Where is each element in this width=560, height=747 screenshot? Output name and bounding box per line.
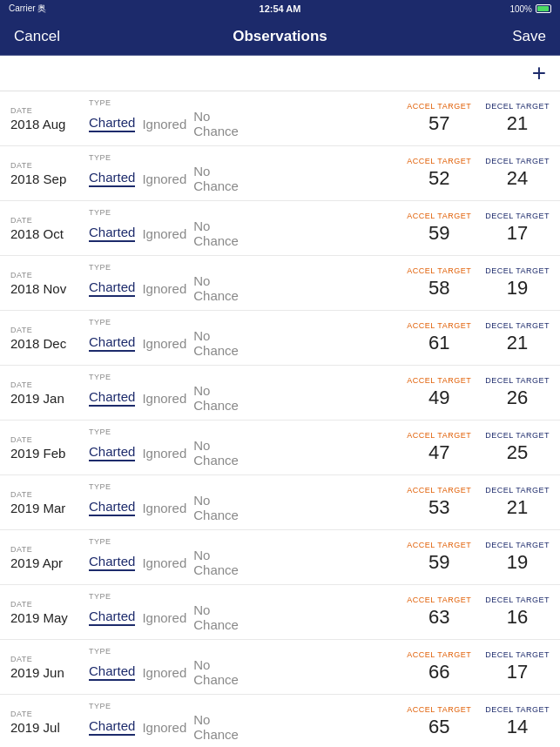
decel-target: DECEL TARGET 19	[485, 266, 550, 299]
type-column: TYPE Charted Ignored No Chance	[89, 482, 228, 522]
accel-label: ACCEL TARGET	[407, 596, 471, 604]
table-row: DATE 2018 Sep TYPE Charted Ignored No Ch…	[0, 146, 560, 201]
decel-label: DECEL TARGET	[485, 431, 550, 440]
date-column: DATE 2019 Apr	[10, 545, 89, 570]
type-ignored-button[interactable]: Ignored	[142, 446, 186, 461]
accel-label: ACCEL TARGET	[407, 705, 471, 714]
decel-label: DECEL TARGET	[485, 321, 550, 330]
type-charted-button[interactable]: Charted	[89, 718, 135, 736]
date-value: 2018 Oct	[10, 226, 89, 241]
type-column: TYPE Charted Ignored No Chance	[89, 702, 228, 742]
type-charted-button[interactable]: Charted	[89, 279, 135, 297]
date-column: DATE 2019 May	[10, 600, 89, 625]
type-selector: Charted Ignored No Chance	[89, 328, 228, 358]
accel-value: 65	[407, 716, 471, 738]
decel-target: DECEL TARGET 17	[485, 212, 550, 245]
type-ignored-button[interactable]: Ignored	[142, 610, 186, 625]
type-selector: Charted Ignored No Chance	[89, 602, 228, 632]
type-charted-button[interactable]: Charted	[89, 334, 135, 352]
date-value: 2018 Dec	[10, 336, 89, 351]
type-selector: Charted Ignored No Chance	[89, 657, 228, 687]
type-label: TYPE	[89, 482, 228, 491]
type-charted-button[interactable]: Charted	[89, 609, 135, 626]
type-charted-button[interactable]: Charted	[89, 170, 135, 187]
accel-label: ACCEL TARGET	[407, 212, 471, 220]
type-ignored-button[interactable]: Ignored	[142, 720, 186, 735]
type-ignored-button[interactable]: Ignored	[142, 172, 186, 186]
decel-target: DECEL TARGET 21	[485, 486, 550, 519]
type-column: TYPE Charted Ignored No Chance	[89, 592, 228, 632]
date-label: DATE	[10, 380, 89, 389]
type-selector: Charted Ignored No Chance	[89, 438, 228, 468]
targets-column: ACCEL TARGET 53 DECEL TARGET 21	[228, 486, 550, 519]
cancel-button[interactable]: Cancel	[14, 28, 66, 45]
type-ignored-button[interactable]: Ignored	[142, 117, 186, 131]
type-column: TYPE Charted Ignored No Chance	[89, 647, 228, 687]
decel-target: DECEL TARGET 19	[485, 541, 550, 574]
date-value: 2019 Mar	[10, 501, 89, 515]
date-label: DATE	[10, 655, 89, 663]
targets-column: ACCEL TARGET 59 DECEL TARGET 19	[228, 541, 550, 574]
date-column: DATE 2019 Feb	[10, 435, 89, 461]
accel-target: ACCEL TARGET 52	[407, 157, 471, 190]
date-value: 2019 May	[10, 610, 89, 625]
accel-label: ACCEL TARGET	[407, 486, 471, 495]
accel-value: 47	[407, 441, 471, 464]
table-row: DATE 2019 Apr TYPE Charted Ignored No Ch…	[0, 530, 560, 585]
decel-value: 24	[485, 167, 550, 190]
accel-value: 61	[407, 332, 471, 354]
type-ignored-button[interactable]: Ignored	[142, 665, 186, 680]
type-charted-button[interactable]: Charted	[89, 115, 135, 132]
type-charted-button[interactable]: Charted	[89, 389, 135, 407]
type-column: TYPE Charted Ignored No Chance	[89, 208, 228, 248]
type-ignored-button[interactable]: Ignored	[142, 555, 186, 570]
decel-target: DECEL TARGET 14	[485, 705, 550, 738]
date-value: 2019 Jan	[10, 391, 89, 406]
date-value: 2019 Feb	[10, 446, 89, 461]
targets-column: ACCEL TARGET 57 DECEL TARGET 21	[228, 102, 550, 135]
decel-value: 25	[485, 441, 550, 464]
type-ignored-button[interactable]: Ignored	[142, 226, 186, 241]
type-label: TYPE	[89, 537, 228, 546]
decel-label: DECEL TARGET	[485, 541, 550, 549]
type-charted-button[interactable]: Charted	[89, 499, 135, 516]
table-row: DATE 2018 Nov TYPE Charted Ignored No Ch…	[0, 256, 560, 311]
decel-target: DECEL TARGET 25	[485, 431, 550, 464]
accel-value: 52	[407, 167, 471, 190]
accel-target: ACCEL TARGET 59	[407, 541, 471, 574]
type-charted-button[interactable]: Charted	[89, 663, 135, 681]
accel-label: ACCEL TARGET	[407, 376, 471, 385]
targets-column: ACCEL TARGET 59 DECEL TARGET 17	[228, 212, 550, 245]
type-charted-button[interactable]: Charted	[89, 225, 135, 242]
date-column: DATE 2018 Aug	[10, 106, 89, 131]
type-charted-button[interactable]: Charted	[89, 444, 135, 461]
status-bar: Carrier 奥 12:54 AM 100%	[0, 0, 560, 17]
type-ignored-button[interactable]: Ignored	[142, 281, 186, 296]
type-ignored-button[interactable]: Ignored	[142, 501, 186, 515]
date-label: DATE	[10, 216, 89, 225]
date-column: DATE 2019 Jun	[10, 655, 89, 680]
add-button[interactable]: +	[532, 61, 546, 85]
date-label: DATE	[10, 435, 89, 444]
date-label: DATE	[10, 106, 89, 115]
accel-label: ACCEL TARGET	[407, 102, 471, 111]
accel-target: ACCEL TARGET 65	[407, 705, 471, 738]
accel-target: ACCEL TARGET 53	[407, 486, 471, 519]
type-selector: Charted Ignored No Chance	[89, 493, 228, 522]
accel-target: ACCEL TARGET 57	[407, 102, 471, 135]
accel-label: ACCEL TARGET	[407, 157, 471, 165]
type-charted-button[interactable]: Charted	[89, 554, 135, 571]
type-ignored-button[interactable]: Ignored	[142, 336, 186, 351]
date-column: DATE 2018 Dec	[10, 326, 89, 351]
type-label: TYPE	[89, 263, 228, 272]
type-ignored-button[interactable]: Ignored	[142, 391, 186, 406]
decel-label: DECEL TARGET	[485, 266, 550, 275]
observations-list: DATE 2018 Aug TYPE Charted Ignored No Ch…	[0, 91, 560, 747]
type-label: TYPE	[89, 98, 228, 107]
table-row: DATE 2019 Feb TYPE Charted Ignored No Ch…	[0, 421, 560, 475]
accel-label: ACCEL TARGET	[407, 541, 471, 549]
type-selector: Charted Ignored No Chance	[89, 273, 228, 303]
page-title: Observations	[66, 28, 494, 45]
date-column: DATE 2019 Jan	[10, 380, 89, 406]
save-button[interactable]: Save	[494, 28, 546, 45]
